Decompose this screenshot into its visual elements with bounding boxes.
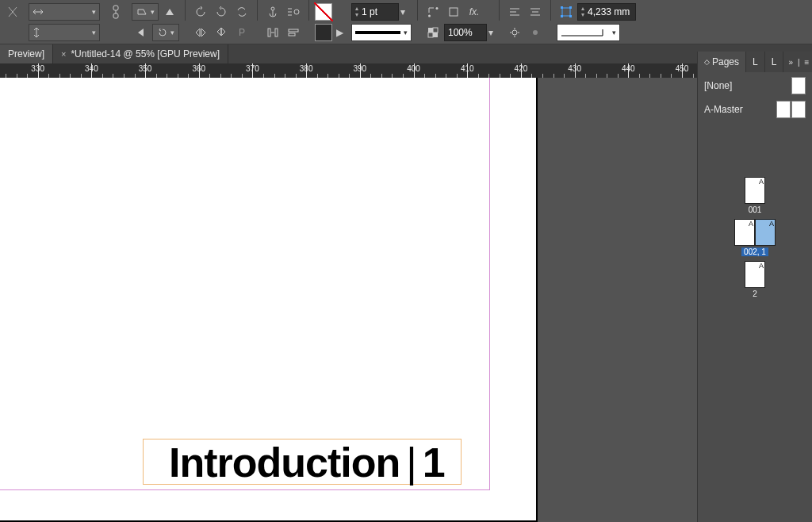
- fit-width-dropdown[interactable]: ▾: [29, 3, 100, 21]
- running-header-frame[interactable]: Introduction|1: [143, 439, 462, 485]
- stroke-swatch[interactable]: [315, 24, 332, 41]
- text-align-center-icon[interactable]: [526, 3, 545, 21]
- refresh-icon[interactable]: [232, 3, 251, 21]
- frame-icon[interactable]: [444, 3, 463, 21]
- svg-rect-5: [275, 29, 278, 36]
- transform-icon[interactable]: [557, 3, 576, 21]
- rotate-ccw-icon[interactable]: [191, 3, 210, 21]
- flip-v-icon[interactable]: [212, 24, 231, 41]
- ruler-tick-label: 380: [300, 64, 313, 73]
- stroke-preview: [355, 31, 400, 34]
- text-align-left-icon[interactable]: [505, 3, 524, 21]
- dropdown-chevron-icon[interactable]: ▾: [400, 6, 405, 17]
- svg-rect-1: [113, 13, 118, 18]
- triangle-up-icon[interactable]: [160, 3, 179, 21]
- zoom-field[interactable]: 100%: [444, 24, 487, 41]
- ruler-tick-label: 420: [515, 64, 528, 73]
- ruler-tick-label: 370: [246, 64, 259, 73]
- svg-rect-21: [569, 15, 572, 17]
- rotate-cw-icon[interactable]: [212, 3, 231, 21]
- ruler-tick-label: 400: [407, 64, 420, 73]
- stroke-weight-value: 1 pt: [362, 6, 377, 17]
- dropdown-chevron-icon[interactable]: ▾: [488, 27, 493, 38]
- wh-field[interactable]: ▴▾ 4,233 mm: [577, 3, 636, 21]
- page-thumb[interactable]: A: [755, 219, 776, 246]
- brightness-dim-icon[interactable]: [526, 24, 545, 41]
- tab-label: Preview]: [8, 48, 44, 59]
- link-icon[interactable]: [106, 3, 125, 21]
- divider: [257, 0, 258, 21]
- expand-icon[interactable]: »: [788, 58, 793, 67]
- page-thumb-master-letter: A: [749, 220, 753, 228]
- distribute-icon[interactable]: [263, 24, 282, 41]
- flip-h-icon[interactable]: [191, 24, 210, 41]
- opacity-board-icon[interactable]: [423, 24, 442, 41]
- panel-tab-pages[interactable]: ◇ Pages: [698, 52, 746, 72]
- document-tab-active[interactable]: Preview]: [0, 44, 53, 63]
- svg-rect-20: [561, 15, 563, 17]
- ruler-tick-label: 330: [31, 64, 44, 73]
- stroke-style-dropdown[interactable]: ▾: [351, 24, 412, 41]
- page-thumb-spread[interactable]: A: [745, 261, 765, 288]
- fill-none-swatch[interactable]: [315, 3, 332, 21]
- page-thumb-spread[interactable]: A: [745, 177, 765, 204]
- wh-preview-dropdown[interactable]: ▾: [557, 24, 620, 41]
- document-tab[interactable]: × *Untitled-14 @ 55% [GPU Preview]: [53, 44, 228, 63]
- svg-rect-13: [433, 28, 438, 33]
- svg-rect-19: [569, 6, 572, 9]
- page-thumb[interactable]: A: [745, 261, 765, 288]
- ruler-tick-label: 430: [568, 64, 581, 73]
- page-thumb[interactable]: A: [734, 219, 755, 246]
- horizontal-ruler[interactable]: 3203303403503603703803904004104204304404…: [0, 63, 812, 78]
- page-thumb-master-letter: A: [759, 262, 764, 270]
- panel-tab-links[interactable]: L: [765, 52, 784, 72]
- panel-tab-label: Pages: [712, 56, 739, 67]
- divider: [185, 0, 186, 21]
- svg-rect-7: [289, 33, 295, 36]
- master-a-row[interactable]: A-Master: [704, 101, 806, 118]
- divider-char: |: [400, 439, 423, 486]
- brightness-icon[interactable]: [505, 24, 524, 41]
- master-thumb: [791, 77, 806, 94]
- workspace[interactable]: Introduction|1: [0, 78, 812, 522]
- fit-height-dropdown[interactable]: ▾: [29, 24, 100, 41]
- align-icon[interactable]: [284, 24, 303, 41]
- page-thumb[interactable]: A: [745, 177, 765, 204]
- master-none-row[interactable]: [None]: [704, 77, 806, 94]
- corner-options-icon[interactable]: [423, 3, 442, 21]
- page-thumb-spread[interactable]: AA: [734, 219, 776, 246]
- svg-rect-0: [113, 6, 118, 10]
- triangle-left-icon[interactable]: [132, 24, 151, 41]
- tab-label: *Untitled-14 @ 55% [GPU Preview]: [71, 48, 220, 59]
- disclosure-icon: ◇: [704, 58, 710, 66]
- running-header-text: Introduction|1: [144, 439, 461, 486]
- pages-thumbnails: A001AA002, 1A2: [698, 129, 812, 522]
- page-thumb-label: 002, 1: [741, 248, 768, 256]
- close-icon[interactable]: ×: [61, 49, 66, 59]
- control-strip: ▾ ▾ ▾ ▾: [0, 0, 812, 44]
- rotate-dropdown[interactable]: ▾: [152, 24, 179, 41]
- document-page[interactable]: Introduction|1: [0, 78, 538, 522]
- effects-icon[interactable]: fx.: [465, 3, 484, 21]
- anchor-icon[interactable]: [263, 3, 282, 21]
- panel-tab-layers[interactable]: L: [746, 52, 765, 72]
- svg-rect-14: [428, 33, 433, 37]
- svg-rect-18: [561, 6, 563, 9]
- svg-rect-4: [268, 29, 270, 36]
- svg-rect-12: [433, 33, 438, 37]
- no-fill-icon: [3, 3, 22, 21]
- panel-tab-bar: ◇ Pages L L » | ≡: [698, 52, 812, 72]
- svg-rect-6: [289, 29, 298, 32]
- master-thumb-spread: [776, 101, 806, 118]
- page-thumb-master-letter: A: [769, 220, 774, 228]
- stroke-weight-field[interactable]: ▴▾ 1 pt: [351, 3, 399, 21]
- text-wrap-icon[interactable]: [284, 3, 303, 21]
- master-label: [None]: [704, 80, 732, 91]
- paragraph-icon[interactable]: P: [232, 24, 251, 41]
- master-label: A-Master: [704, 104, 743, 115]
- swatch-arrow-icon[interactable]: ▶: [334, 24, 345, 41]
- shear-dropdown[interactable]: ▾: [132, 3, 159, 21]
- svg-point-2: [271, 7, 274, 10]
- pages-panel: ◇ Pages L L » | ≡ [None] A-Master A001AA…: [697, 52, 812, 522]
- panel-menu-icon[interactable]: ≡: [805, 58, 810, 67]
